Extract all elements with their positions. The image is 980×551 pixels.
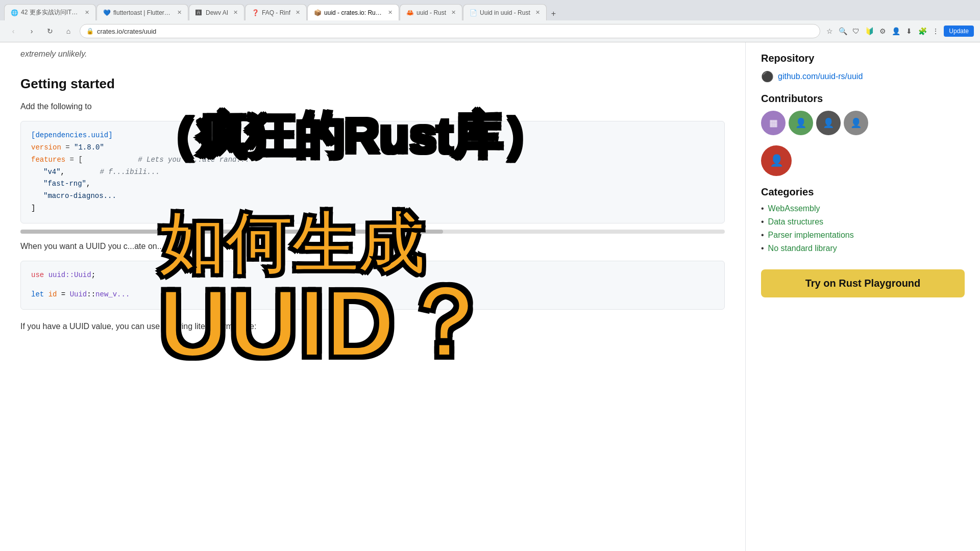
category-link-3[interactable]: No standard library bbox=[768, 244, 837, 253]
github-icon: ⚫ bbox=[761, 70, 774, 83]
contributors-title: Contributors bbox=[761, 93, 965, 105]
avatar-large: 👤 bbox=[761, 145, 792, 176]
code-line-version-key: version bbox=[31, 143, 61, 152]
tab-favicon-tab6: 🦀 bbox=[406, 9, 413, 16]
github-link-text: github.com/uuid-rs/uuid bbox=[778, 72, 863, 81]
add-text: Add the following to bbox=[20, 100, 725, 113]
categories-title: Categories bbox=[761, 186, 965, 198]
tab-close-tab1[interactable]: ✕ bbox=[85, 9, 89, 16]
category-link-0[interactable]: WebAssembly bbox=[768, 204, 820, 213]
inline-text: If you have a UUID value, you can use it… bbox=[20, 320, 725, 333]
tab-favicon-tab7: 📄 bbox=[470, 9, 477, 16]
sidebar: Repository ⚫ github.com/uuid-rs/uuid Con… bbox=[745, 42, 980, 551]
avatar-2: 👤 bbox=[789, 111, 813, 135]
refresh-button[interactable]: ↻ bbox=[43, 24, 57, 38]
tab-bar: 🌐42 更多实战访问IT营官网（ity✕💙fluttertoast | Flut… bbox=[0, 0, 980, 20]
tab-favicon-tab3: 🅰 bbox=[195, 9, 203, 16]
code-block-dependencies: [dependencies.uuid] version = "1.8.0" fe… bbox=[20, 121, 725, 223]
tab-favicon-tab1: 🌐 bbox=[11, 9, 18, 16]
browser-chrome: 🌐42 更多实战访问IT营官网（ity✕💙fluttertoast | Flut… bbox=[0, 0, 980, 42]
browser-actions: ☆ 🔍 🛡 🔰 ⚙ 👤 ⬇ 🧩 ⋮ Update bbox=[824, 26, 974, 37]
category-item-3: •No standard library bbox=[761, 244, 965, 253]
repository-title: Repository bbox=[761, 53, 965, 64]
tab-tab6[interactable]: 🦀uuid - Rust✕ bbox=[400, 4, 462, 20]
category-item-1: •Data structures bbox=[761, 217, 965, 227]
address-text: crates.io/crates/uuid bbox=[97, 28, 156, 35]
address-bar-row: ‹ › ↻ ⌂ 🔒 crates.io/crates/uuid ☆ 🔍 🛡 🔰 … bbox=[0, 20, 980, 42]
tab-close-tab5[interactable]: ✕ bbox=[388, 9, 393, 16]
github-link[interactable]: ⚫ github.com/uuid-rs/uuid bbox=[761, 70, 965, 83]
tab-label-tab5: uuid - crates.io: Rust Packa... bbox=[324, 9, 383, 16]
vpn-icon: 🔰 bbox=[864, 26, 874, 36]
tab-tab1[interactable]: 🌐42 更多实战访问IT营官网（ity✕ bbox=[4, 4, 96, 20]
tab-label-tab6: uuid - Rust bbox=[416, 9, 446, 16]
tab-close-tab6[interactable]: ✕ bbox=[451, 9, 456, 16]
try-playground-button[interactable]: Try on Rust Playground bbox=[761, 269, 965, 297]
category-item-2: •Parser implementations bbox=[761, 231, 965, 240]
when-text: When you want a UUID you c...ate on... bbox=[20, 240, 725, 253]
tab-label-tab2: fluttertoast | Flutter package bbox=[113, 9, 172, 16]
code-block-use: use uuid::Uuid; let id = Uuid::new_v... bbox=[20, 261, 725, 310]
category-item-0: •WebAssembly bbox=[761, 204, 965, 213]
tab-tab2[interactable]: 💙fluttertoast | Flutter package✕ bbox=[96, 4, 188, 20]
shield-icon: 🛡 bbox=[851, 26, 861, 36]
code-scrollbar-thumb bbox=[20, 230, 443, 234]
avatar-4: 👤 bbox=[844, 111, 868, 135]
avatar-1: ▦ bbox=[761, 111, 786, 135]
avatar-3: 👤 bbox=[816, 111, 841, 135]
tab-close-tab3[interactable]: ✕ bbox=[233, 9, 238, 16]
tab-favicon-tab2: 💙 bbox=[103, 9, 110, 16]
extension-icon[interactable]: 🧩 bbox=[917, 26, 927, 36]
tab-favicon-tab5: 📦 bbox=[314, 9, 321, 16]
tab-tab3[interactable]: 🅰Dewv AI✕ bbox=[189, 4, 244, 20]
tab-label-tab3: Dewv AI bbox=[206, 9, 228, 16]
code-line-1: [dependencies.uuid] bbox=[31, 131, 113, 139]
category-link-1[interactable]: Data structures bbox=[768, 217, 823, 227]
getting-started-title: Getting started bbox=[20, 76, 725, 92]
home-button[interactable]: ⌂ bbox=[61, 24, 76, 38]
address-input[interactable]: 🔒 crates.io/crates/uuid bbox=[80, 24, 820, 38]
zoom-icon[interactable]: 🔍 bbox=[838, 26, 848, 36]
tab-label-tab1: 42 更多实战访问IT营官网（ity bbox=[21, 8, 80, 17]
tab-label-tab4: FAQ - Rinf bbox=[262, 9, 290, 16]
download-icon[interactable]: ⬇ bbox=[904, 26, 914, 36]
content-area: extremely unlikely. Getting started Add … bbox=[0, 42, 745, 551]
main-content: extremely unlikely. Getting started Add … bbox=[0, 42, 980, 551]
tab-close-tab7[interactable]: ✕ bbox=[535, 9, 540, 16]
tab-close-tab4[interactable]: ✕ bbox=[296, 9, 300, 16]
category-bullet-3: • bbox=[761, 244, 764, 253]
intro-text: extremely unlikely. bbox=[20, 47, 725, 61]
category-link-2[interactable]: Parser implementations bbox=[768, 231, 854, 240]
forward-button[interactable]: › bbox=[24, 24, 39, 38]
new-tab-button[interactable]: + bbox=[547, 7, 560, 20]
menu-icon[interactable]: ⋮ bbox=[930, 26, 941, 36]
profile-icon[interactable]: 👤 bbox=[891, 26, 901, 36]
code-scrollbar[interactable] bbox=[20, 230, 725, 234]
update-button[interactable]: Update bbox=[944, 26, 974, 37]
tab-label-tab7: Uuid in uuid - Rust bbox=[480, 9, 530, 16]
code-line-features-key: features bbox=[31, 156, 65, 164]
tab-favicon-tab4: ❓ bbox=[252, 9, 259, 16]
category-list: •WebAssembly•Data structures•Parser impl… bbox=[761, 204, 965, 253]
bookmark-icon[interactable]: ☆ bbox=[824, 26, 835, 36]
contributors-avatars-row: ▦ 👤 👤 👤 bbox=[761, 111, 965, 135]
back-button[interactable]: ‹ bbox=[6, 24, 20, 38]
tab-tab5[interactable]: 📦uuid - crates.io: Rust Packa...✕ bbox=[307, 4, 399, 20]
category-bullet-2: • bbox=[761, 231, 764, 240]
tab-tab7[interactable]: 📄Uuid in uuid - Rust✕ bbox=[463, 4, 547, 20]
settings-icon[interactable]: ⚙ bbox=[877, 26, 888, 36]
tab-tab4[interactable]: ❓FAQ - Rinf✕ bbox=[245, 4, 307, 20]
tab-close-tab2[interactable]: ✕ bbox=[177, 9, 182, 16]
category-bullet-0: • bbox=[761, 204, 764, 213]
category-bullet-1: • bbox=[761, 217, 764, 227]
